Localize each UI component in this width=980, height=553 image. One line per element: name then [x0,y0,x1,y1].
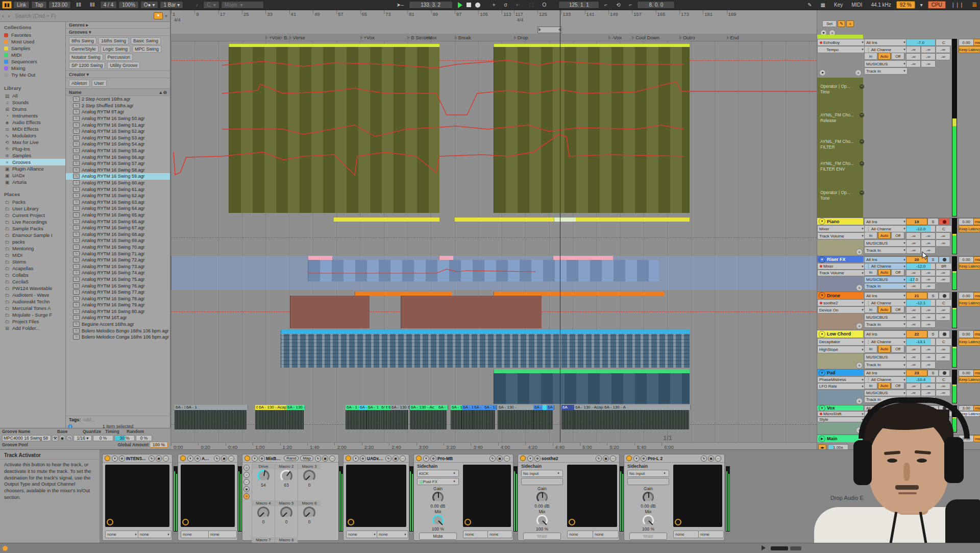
plugin-param-slot[interactable]: none [181,531,209,538]
monitor-in-button[interactable]: In [864,232,877,239]
solo-button[interactable]: S [927,218,939,225]
solo-button[interactable]: S [927,256,939,263]
param-chooser[interactable]: Track Volume▼ [817,270,866,276]
macro-knob[interactable] [303,470,315,482]
sidebar-item-sequencers[interactable]: Sequencers [0,58,65,65]
piano-clip-head[interactable] [333,218,439,222]
time-signature-field[interactable]: 4 / 4 [100,1,117,9]
send--inf[interactable]: -∞ [936,353,950,361]
monitor-auto-button[interactable]: Auto [878,232,891,239]
sidebar-item-all[interactable]: ▤All [0,92,65,99]
latency-unit-label[interactable]: ms [973,39,980,46]
lane-add-icon[interactable]: ＋ [856,362,863,369]
vox-clip-waveform[interactable] [286,410,304,429]
groove-file-row[interactable]: ∿Analog RYTM 16 Swing 76.agr [66,282,170,289]
sidebar-place-midi[interactable]: 🗀MIDI [0,252,65,258]
send--inf[interactable]: -∞ [936,46,950,53]
monitor-auto-button[interactable]: Auto [878,306,891,313]
groove-file-row[interactable]: ∿Analog RYTM 16 Swing 60.agr [66,180,170,186]
gain-knob[interactable] [643,492,654,503]
send--inf[interactable]: -∞ [936,53,950,60]
send--inf[interactable]: -∞ [906,353,921,361]
groove-file-row[interactable]: ∿Analog RYTM 16 Swing 71.agr [66,250,170,257]
latency-unit-label[interactable]: ms [973,370,980,376]
groove-file-row[interactable]: ∿Analog RYTM 16 Swing 75.agr [66,276,170,283]
device-chooser[interactable]: Mixer▼ [817,263,866,270]
groove-timing-field[interactable]: 30 % [114,435,135,441]
filter-chip-sp-1200-swing[interactable]: SP 1200 Swing [69,62,105,69]
track-header-pad[interactable]: ▾Pad [817,370,863,376]
vox-clip-waveform[interactable] [473,410,483,429]
session-record-icon[interactable]: O [539,1,550,9]
vox-clip-header[interactable]: 6A [561,405,576,410]
output-channel-chooser[interactable]: Track In▼ [864,247,908,254]
arm-button[interactable] [939,256,950,263]
groove-name-field[interactable]: MPC4000 16 Swing 58 [2,435,51,441]
plugin-editor-area[interactable] [463,465,511,527]
sidechain-input-chooser[interactable]: KICK▼ [417,470,459,477]
scrollbar-thumb[interactable] [771,546,788,550]
drone-clip-head[interactable] [494,292,664,296]
send--inf[interactable]: -∞ [936,270,950,276]
cpu-overload-indicator[interactable]: CPU [928,1,946,9]
volume-field[interactable]: -10.4 [906,376,936,383]
volume-field[interactable]: -12.0 [906,263,936,270]
sidebar-item-sounds[interactable]: ♫Sounds [0,99,65,106]
device-title-bar[interactable]: ▼⚙Pro-L 2↻▣⋯ [624,454,724,463]
output-channel-chooser[interactable]: Track In▼ [864,321,908,328]
rack-strip-icon[interactable]: ◎ [243,465,250,471]
output-type-chooser[interactable]: MUSICBUS▼ [864,60,908,67]
send--inf[interactable]: -∞ [906,306,921,314]
vox-clip-waveform[interactable] [498,410,533,429]
device-fold-icon[interactable]: ▼ [112,455,118,462]
lane-remove-icon[interactable]: − [860,113,864,117]
sidebar-place-enamour-sample-i[interactable]: 🗀Enamour Sample I [0,232,65,238]
latency-unit-label[interactable]: ms [973,330,980,338]
groove-file-row[interactable]: ∿Analog RYTM 16 Swing 53.agr [66,135,170,141]
send--inf[interactable]: -∞ [906,283,921,290]
device-more-icon[interactable]: ⋯ [610,455,616,462]
groove-file-row[interactable]: ∿Analog RYTM 16 Swing 73.agr [66,263,170,270]
device-hotswap-icon[interactable]: ⚙ [259,455,265,462]
filter-chip-logic-swing[interactable]: Logic Swing [101,45,131,53]
groove-file-row[interactable]: ∿Analog RYTM 16 Swing 67.agr [66,225,170,231]
sidebar-place-audioreakt-techn[interactable]: 🗀Audioreakt Techn [0,298,65,305]
send--inf[interactable]: -∞ [936,232,950,239]
monitor-in-button[interactable]: In [864,269,877,276]
follow-playhead-icon[interactable]: ➤‒ [393,1,407,9]
groove-quantize-field[interactable]: 0 % [93,435,113,441]
device-pro-mb[interactable]: ▼⚙Pro-MB↻▣⋯SidechainKICK▼▥ Post FX▼Gain0… [413,454,513,541]
device-more-icon[interactable]: ⋯ [400,455,406,462]
monitor-radio-group[interactable]: InAutoOff [864,270,905,275]
locator--vox[interactable]: +Vox [422,35,436,40]
param-chooser[interactable]: HighSlope▼ [817,346,866,353]
monitor-in-button[interactable]: In [864,306,877,313]
groove-file-row[interactable]: ∿Analog RYTM 8T.agr [66,109,170,115]
plugin-param-slot[interactable]: none [673,531,699,538]
param-chooser[interactable]: Track Volume▼ [817,232,866,239]
sidebar-item-uadx[interactable]: ▣UADx [0,172,65,179]
vox-clip-header[interactable]: 6A - 1 [185,405,248,410]
plugin-param-slot[interactable]: none [208,531,237,538]
track-header-drone[interactable]: ▾Drone [817,292,863,299]
groove-file-row[interactable]: ∿Analog RYTM 16 Swing 52.agr [66,128,170,135]
loop-length-field[interactable]: 8. 0. 0 [637,1,675,9]
device-rand-button[interactable]: Rand [284,455,299,461]
device-fold-icon[interactable]: ▼ [252,455,258,462]
keep-latency-button[interactable]: Keep Latency [959,46,980,53]
sidechain-input-chooser[interactable]: No Input▼ [627,470,669,477]
filter-chip-notator-swing[interactable]: Notator Swing [69,54,103,61]
vox-clip-header[interactable]: 6A - 1: [547,405,554,410]
volume-field[interactable]: -12.0 [906,225,936,232]
riser-clip-head[interactable] [308,256,332,260]
solo-button[interactable]: S [927,370,939,376]
tempo-clip-body[interactable] [494,47,690,213]
vox-clip-header[interactable]: 6A - 130 - Ac [410,405,439,410]
input-type-chooser[interactable]: All Ins▼ [864,370,908,376]
device-hotswap-icon[interactable]: ⚙ [194,455,201,462]
sidebar-item-max-for-live[interactable]: ⟲Max for Live [0,139,65,146]
lane-add-icon[interactable]: ＋ [856,249,863,255]
arrangement-position-field[interactable]: 133. 3. 2 [409,1,453,9]
send--inf[interactable]: -∞ [921,60,936,67]
sidebar-place-add-folder-[interactable]: ⊞Add Folder... [0,325,65,331]
